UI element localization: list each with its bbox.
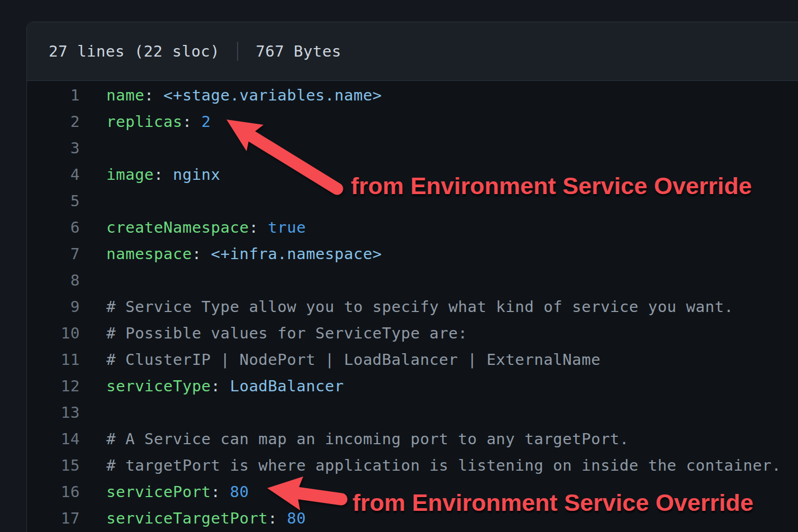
- code-text: # Possible values for ServiceType are:: [80, 320, 467, 346]
- line-number[interactable]: 13: [27, 399, 80, 426]
- code-line: 7namespace: <+infra.namespace>: [27, 241, 798, 267]
- code-line: 8: [27, 267, 798, 293]
- code-blob: 1name: <+stage.variables.name>2replicas:…: [27, 81, 798, 531]
- code-line: 2replicas: 2: [27, 108, 798, 135]
- line-number[interactable]: 16: [27, 479, 80, 505]
- code-text: createNamespace: true: [80, 214, 306, 241]
- line-number[interactable]: 15: [27, 452, 80, 479]
- line-number[interactable]: 11: [27, 346, 80, 373]
- code-line: 6createNamespace: true: [27, 214, 798, 241]
- code-line: 10# Possible values for ServiceType are:: [27, 320, 798, 346]
- line-number[interactable]: 9: [27, 293, 80, 320]
- code-line: 14# A Service can map an incoming port t…: [27, 426, 798, 452]
- code-text: # Service Type allow you to specify what…: [80, 293, 733, 320]
- header-divider: [237, 42, 238, 61]
- file-viewer-card: 27 lines (22 sloc) 767 Bytes 1name: <+st…: [26, 22, 798, 532]
- code-text: replicas: 2: [80, 108, 211, 135]
- code-line: 9# Service Type allow you to specify wha…: [27, 293, 798, 320]
- code-text: # targetPort is where application is lis…: [80, 452, 781, 479]
- line-number[interactable]: 12: [27, 373, 80, 399]
- line-number[interactable]: 14: [27, 426, 80, 452]
- code-text: [80, 188, 106, 214]
- line-number[interactable]: 6: [27, 214, 80, 241]
- line-number[interactable]: 10: [27, 320, 80, 346]
- code-line: 1name: <+stage.variables.name>: [27, 82, 798, 108]
- file-lines-info: 27 lines (22 sloc): [49, 42, 220, 60]
- code-text: [80, 267, 106, 293]
- annotation-environment-service-override: from Environment Service Override: [351, 173, 752, 199]
- code-text: serviceType: LoadBalancer: [80, 373, 344, 399]
- line-number[interactable]: 1: [27, 82, 80, 108]
- code-text: # A Service can map an incoming port to …: [80, 426, 629, 452]
- code-text: # ClusterIP | NodePort | LoadBalancer | …: [80, 346, 601, 373]
- code-line: 12serviceType: LoadBalancer: [27, 373, 798, 399]
- code-line: 13: [27, 399, 798, 426]
- code-line: 15# targetPort is where application is l…: [27, 452, 798, 479]
- code-line: 3: [27, 135, 798, 161]
- annotation-environment-service-override: from Environment Service Override: [352, 490, 754, 516]
- line-number[interactable]: 4: [27, 161, 80, 188]
- file-size-info: 767 Bytes: [256, 42, 341, 60]
- line-number[interactable]: 5: [27, 188, 80, 214]
- file-header: 27 lines (22 sloc) 767 Bytes: [27, 22, 798, 81]
- code-text: servicePort: 80: [80, 479, 249, 505]
- line-number[interactable]: 3: [27, 135, 80, 161]
- code-text: name: <+stage.variables.name>: [80, 82, 382, 108]
- line-number[interactable]: 2: [27, 108, 80, 135]
- line-number[interactable]: 7: [27, 241, 80, 267]
- code-text: serviceTargetPort: 80: [80, 505, 306, 531]
- code-text: image: nginx: [80, 161, 221, 188]
- line-number[interactable]: 17: [27, 505, 80, 531]
- code-text: [80, 135, 106, 161]
- code-text: namespace: <+infra.namespace>: [80, 241, 382, 267]
- code-line: 11# ClusterIP | NodePort | LoadBalancer …: [27, 346, 798, 373]
- code-text: [80, 399, 106, 426]
- line-number[interactable]: 8: [27, 267, 80, 293]
